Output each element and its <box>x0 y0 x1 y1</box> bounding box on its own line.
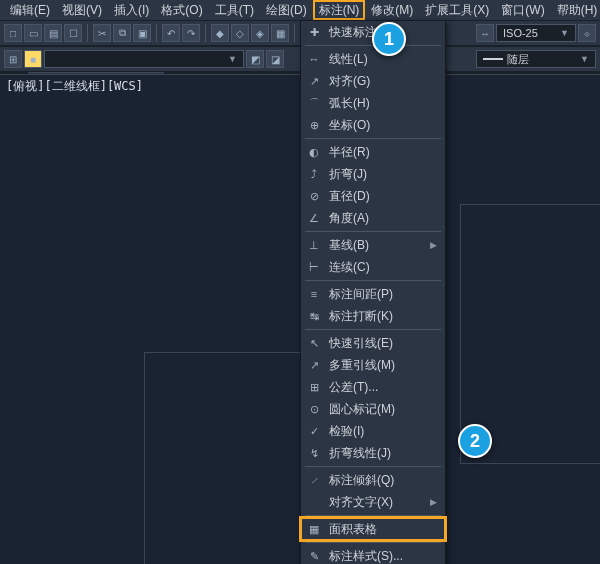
menu-separator <box>305 542 441 543</box>
menu-item-icon <box>305 494 323 510</box>
menu-item-icon: ⊘ <box>305 188 323 204</box>
menu-item-icon: ↹ <box>305 308 323 324</box>
menu-separator <box>305 329 441 330</box>
tb-sep <box>87 24 88 42</box>
menu-item-icon: ⌒ <box>305 95 323 111</box>
menu-item-icon: ⊢ <box>305 259 323 275</box>
menu-item-label: 坐标(O) <box>329 117 370 134</box>
menu-draw[interactable]: 绘图(D) <box>260 0 313 21</box>
menu-item[interactable]: ⤴折弯(J) <box>301 163 445 185</box>
tb-new-icon[interactable]: □ <box>4 24 22 42</box>
menu-modify[interactable]: 修改(M) <box>365 0 419 21</box>
menu-item-icon: ∠ <box>305 210 323 226</box>
menu-item-label: 圆心标记(M) <box>329 401 395 418</box>
menu-dimension[interactable]: 标注(N) <box>313 0 366 20</box>
annotation-callout-1: 1 <box>372 22 406 56</box>
tb-dim-icon[interactable]: ↔ <box>476 24 494 42</box>
menu-item-label: 对齐文字(X) <box>329 494 393 511</box>
tb-icon-misc[interactable]: ⟐ <box>578 24 596 42</box>
tb-redo-icon[interactable]: ↷ <box>182 24 200 42</box>
menu-item-label: 快速引线(E) <box>329 335 393 352</box>
menu-item[interactable]: ✓检验(I) <box>301 420 445 442</box>
menu-insert[interactable]: 插入(I) <box>108 0 155 21</box>
menu-item[interactable]: ◐半径(R) <box>301 141 445 163</box>
menu-item-icon: ↗ <box>305 357 323 373</box>
tb-colorpick-icon[interactable]: ■ <box>24 50 42 68</box>
dimension-menu-dropdown: ✚快速标注(Q)↔线性(L)↗对齐(G)⌒弧长(H)⊕坐标(O)◐半径(R)⤴折… <box>300 20 446 564</box>
menu-window[interactable]: 窗口(W) <box>495 0 550 21</box>
tb-sep <box>156 24 157 42</box>
tb-icon-misc[interactable]: ◆ <box>211 24 229 42</box>
tb-copy-icon[interactable]: ⧉ <box>113 24 131 42</box>
menu-item[interactable]: ⊞公差(T)... <box>301 376 445 398</box>
menu-item-label: 折弯线性(J) <box>329 445 391 462</box>
tb-sep <box>205 24 206 42</box>
menu-item[interactable]: ▦面积表格 <box>301 518 445 540</box>
menu-item[interactable]: ⊘直径(D) <box>301 185 445 207</box>
menu-item[interactable]: ↹标注打断(K) <box>301 305 445 327</box>
chevron-down-icon: ▼ <box>580 54 589 64</box>
menu-item-label: 标注样式(S)... <box>329 548 403 565</box>
tb-paste-icon[interactable]: ▣ <box>133 24 151 42</box>
menu-item[interactable]: ⌒弧长(H) <box>301 92 445 114</box>
menu-item[interactable]: ↗多重引线(M) <box>301 354 445 376</box>
bylayer-combo[interactable]: 随层 ▼ <box>476 50 596 68</box>
chevron-down-icon: ▼ <box>228 54 237 64</box>
tb-icon-misc[interactable]: ▦ <box>271 24 289 42</box>
menu-item-label: 直径(D) <box>329 188 370 205</box>
tb-open-icon[interactable]: ▭ <box>24 24 42 42</box>
menu-item[interactable]: ↖快速引线(E) <box>301 332 445 354</box>
menu-item-icon: ✎ <box>305 548 323 564</box>
menu-item-icon: ⤴ <box>305 166 323 182</box>
layer-combo[interactable]: ▼ <box>44 50 244 68</box>
menu-express[interactable]: 扩展工具(X) <box>419 0 495 21</box>
menu-item-label: 半径(R) <box>329 144 370 161</box>
menu-item-label: 检验(I) <box>329 423 364 440</box>
menu-item[interactable]: ⊙圆心标记(M) <box>301 398 445 420</box>
drawing-rect <box>144 352 314 564</box>
menu-separator <box>305 138 441 139</box>
menu-item[interactable]: ↯折弯线性(J) <box>301 442 445 464</box>
tb-icon-misc[interactable]: ◈ <box>251 24 269 42</box>
menu-item-label: 标注打断(K) <box>329 308 393 325</box>
menu-edit[interactable]: 编辑(E) <box>4 0 56 21</box>
tb-layer-icon[interactable]: ⊞ <box>4 50 22 68</box>
menu-item[interactable]: ∠角度(A) <box>301 207 445 229</box>
tb-icon-misc[interactable]: ◪ <box>266 50 284 68</box>
dimstyle-combo[interactable]: ISO-25 ▼ <box>496 24 576 42</box>
menu-item[interactable]: ≡标注间距(P) <box>301 283 445 305</box>
menu-item[interactable]: ⊢连续(C) <box>301 256 445 278</box>
menu-separator <box>305 231 441 232</box>
tb-cut-icon[interactable]: ✂ <box>93 24 111 42</box>
menu-item-label: 线性(L) <box>329 51 368 68</box>
tb-save-icon[interactable]: ▤ <box>44 24 62 42</box>
tb-sep <box>294 24 295 42</box>
bylayer-value: 随层 <box>507 52 529 67</box>
menu-item[interactable]: ✎标注样式(S)... <box>301 545 445 564</box>
annotation-callout-2: 2 <box>458 424 492 458</box>
menu-item-icon: ◐ <box>305 144 323 160</box>
menu-help[interactable]: 帮助(H) <box>551 0 600 21</box>
menu-item-icon: ↗ <box>305 73 323 89</box>
menu-item[interactable]: ↗对齐(G) <box>301 70 445 92</box>
menu-tools[interactable]: 工具(T) <box>209 0 260 21</box>
menu-item[interactable]: 对齐文字(X)▶ <box>301 491 445 513</box>
menu-item-label: 标注间距(P) <box>329 286 393 303</box>
menu-item-label: 折弯(J) <box>329 166 367 183</box>
tb-icon-misc[interactable]: ◇ <box>231 24 249 42</box>
menu-item-icon: ⟋ <box>305 472 323 488</box>
menu-item[interactable]: ⊥基线(B)▶ <box>301 234 445 256</box>
tb-icon-misc[interactable]: ◩ <box>246 50 264 68</box>
menu-item[interactable]: ↔线性(L) <box>301 48 445 70</box>
menu-item[interactable]: ⊕坐标(O) <box>301 114 445 136</box>
tb-print-icon[interactable]: ☐ <box>64 24 82 42</box>
menu-item-icon: ⊕ <box>305 117 323 133</box>
menu-view[interactable]: 视图(V) <box>56 0 108 21</box>
menu-format[interactable]: 格式(O) <box>155 0 208 21</box>
menu-item[interactable]: ⟋标注倾斜(Q) <box>301 469 445 491</box>
tb-undo-icon[interactable]: ↶ <box>162 24 180 42</box>
viewport-label: [俯视][二维线框][WCS] <box>6 78 143 95</box>
menu-separator <box>305 515 441 516</box>
menu-item-icon: ✚ <box>305 24 323 40</box>
menu-item-icon: ⊞ <box>305 379 323 395</box>
